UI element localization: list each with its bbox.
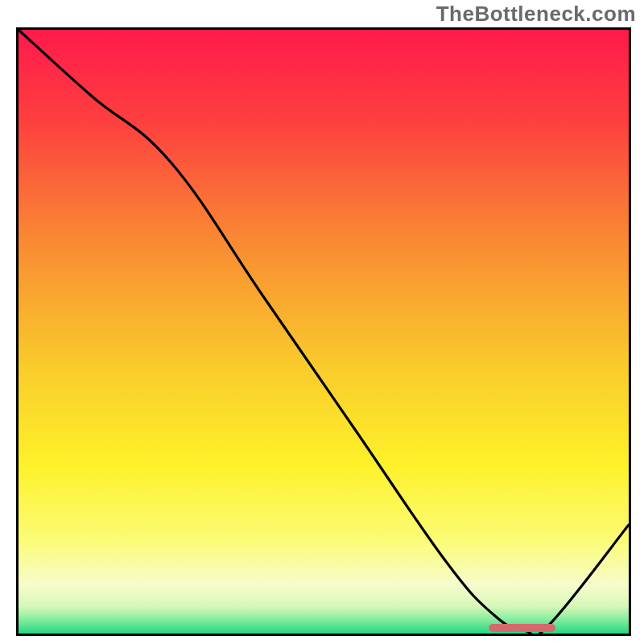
stage: TheBottleneck.com [0,0,644,644]
watermark-text: TheBottleneck.com [436,2,636,27]
curve-path [19,30,629,634]
plot-area [16,27,631,636]
optimum-range-bar [489,624,555,632]
bottleneck-curve [19,30,629,634]
